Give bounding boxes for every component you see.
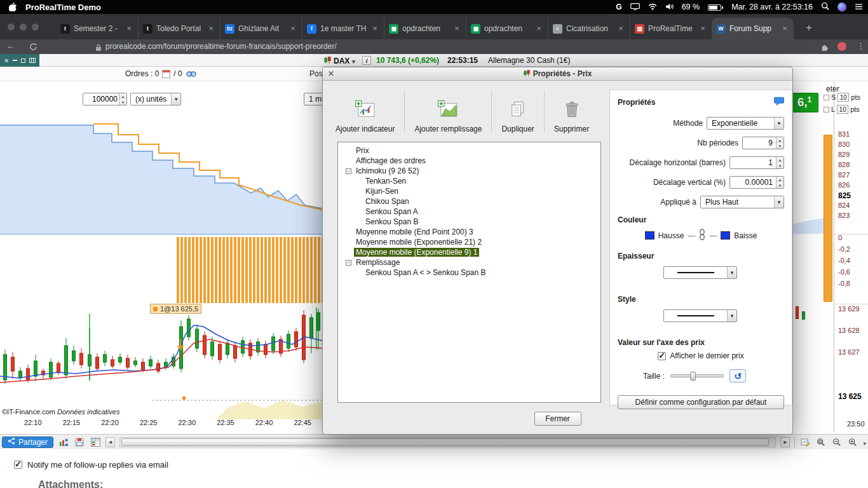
notify-checkbox[interactable] [14,461,22,469]
baisse-color-swatch[interactable] [721,231,730,240]
tree-item[interactable]: Kijun-Sen [341,186,598,196]
trader-stats-icon[interactable] [58,437,69,448]
unit-select[interactable]: (x) unités [130,93,181,105]
dialog-close-icon[interactable] [328,69,334,78]
battery-icon[interactable] [708,3,723,12]
browser-tab[interactable]: f 1e master TH [302,18,384,39]
stop-checkbox[interactable] [824,95,829,100]
dialog-titlebar[interactable]: Propriétés - Prix [323,67,792,81]
lock-icon[interactable] [95,43,102,54]
tab-close-icon[interactable] [370,24,379,33]
tab-close-icon[interactable] [780,24,789,33]
tab-close-icon[interactable] [452,24,461,33]
scrollbar-thumb[interactable] [121,438,769,446]
chart-scrollbar[interactable] [119,437,776,447]
window-minimize-icon[interactable] [13,60,17,61]
window-traffic-lights[interactable] [8,24,39,30]
tab-close-icon[interactable] [616,24,625,33]
tab-close-icon[interactable] [698,24,707,33]
stop-points-input[interactable]: 10 [837,93,849,102]
close-dialog-button[interactable]: Fermer [534,412,581,426]
tree-item[interactable]: Moyenne mobile (End Point 200) 3 [341,227,598,237]
tab-close-icon[interactable] [207,24,215,33]
keyboard-icon[interactable] [29,58,36,63]
window-close-icon[interactable] [4,57,9,64]
menubar-clock[interactable]: Mar. 28 avr. à 22:53:16 [731,3,813,11]
reset-icon[interactable] [729,369,746,383]
browser-tab[interactable]: ▥ ProRealTime [630,18,712,39]
periodes-stepper[interactable] [776,137,783,149]
share-button[interactable]: Partager [2,437,53,448]
tab-close-icon[interactable] [125,24,133,33]
address-bar[interactable]: prorealcode.com/forum/prorealtime-forum-… [105,42,336,51]
delete-button[interactable]: Supprimer [548,85,595,137]
siri-icon[interactable] [837,3,846,11]
decalage-v-stepper[interactable] [776,177,783,188]
browser-tab[interactable]: ≡ Cicatrisation [548,18,630,39]
tab-close-icon[interactable] [288,24,297,33]
spotlight-icon[interactable] [821,2,829,12]
quantity-field[interactable] [83,93,119,105]
scroll-right-button[interactable] [780,437,790,447]
orders-list-icon[interactable] [162,70,170,78]
zoom-out-icon[interactable] [831,437,843,448]
tree-item[interactable]: Moyenne mobile (Exponentielle 21) 2 [341,237,598,247]
tree-item[interactable]: Tenkan-Sen [341,176,598,186]
tree-item[interactable]: Senkou Span B [341,217,598,227]
browser-tab[interactable]: W Forum Supp [712,18,794,39]
hausse-color-swatch[interactable] [645,231,654,240]
profile-avatar[interactable] [837,42,846,51]
browser-tab[interactable]: 0z Ghizlane Ait [220,18,302,39]
market-table-icon[interactable] [90,437,101,448]
tab-close-icon[interactable] [534,24,543,33]
slider-handle[interactable] [690,372,696,381]
orders-settings-icon[interactable] [186,70,194,78]
tree-item[interactable]: − Remplissage [341,257,598,268]
add-indicator-button[interactable]: Ajouter indicateur [329,85,401,137]
new-tab-button[interactable] [806,22,812,33]
browser-menu-icon[interactable] [857,41,865,51]
tree-item[interactable]: Moyenne mobile (Exponentielle 9) 1 [341,247,598,257]
limit-points-input[interactable]: 10 [837,105,848,114]
style-select[interactable] [663,309,737,322]
chart-settings-icon[interactable] [799,437,811,448]
quantity-input[interactable] [83,93,127,105]
zoom-in-icon[interactable] [847,437,858,448]
wifi-icon[interactable] [648,3,657,12]
add-fill-button[interactable]: Ajouter remplissage [408,85,488,137]
quantity-stepper[interactable] [119,93,126,105]
tree-expander-icon[interactable]: − [346,260,351,266]
browser-tab[interactable]: ▦ opdrachten [384,18,466,39]
applique-select[interactable]: Plus Haut [700,196,784,208]
decalage-v-input[interactable]: 0.00001 [729,176,784,189]
save-workspace-icon[interactable] [74,437,85,448]
epaisseur-select[interactable] [663,266,737,279]
decalage-h-input[interactable]: 1 [729,156,784,169]
apple-icon[interactable] [9,3,17,11]
grammarly-icon[interactable]: G [616,3,621,11]
instrument-selector[interactable]: DAX [324,56,355,66]
browser-tab[interactable]: ▦ opdrachten [466,18,548,39]
toolbar-more-icon[interactable] [863,437,866,448]
decalage-h-stepper[interactable] [776,157,783,168]
duplicate-button[interactable]: Dupliquer [495,85,540,137]
methode-select[interactable]: Exponentielle [707,117,784,130]
tree-item[interactable]: Senkou Span A < > Senkou Span B [341,268,598,278]
sell-price-button[interactable]: 6,1 [790,93,818,112]
zoom-selection-icon[interactable] [815,437,827,448]
tree-item[interactable]: Affichage des ordres [341,156,598,166]
volume-icon[interactable] [665,3,674,12]
show-last-price-checkbox[interactable] [658,352,666,360]
window-maximize-icon[interactable] [21,58,25,63]
display-icon[interactable] [630,3,640,12]
tree-item[interactable]: Senkou Span A [341,207,598,217]
timeframe-select[interactable]: 1 min [304,93,322,105]
price-axis[interactable]: 831830829828827826825824823 0 -0,2-0,4-0… [834,81,868,432]
taille-slider[interactable] [670,374,724,377]
menubar-app-name[interactable]: ProRealTime Demo [25,3,101,12]
tree-item[interactable]: Prix [341,146,598,156]
limit-checkbox[interactable] [824,107,829,112]
periodes-input[interactable]: 9 [742,137,784,149]
browser-tab[interactable]: t Semester 2 - [56,18,138,39]
back-icon[interactable] [6,41,15,51]
